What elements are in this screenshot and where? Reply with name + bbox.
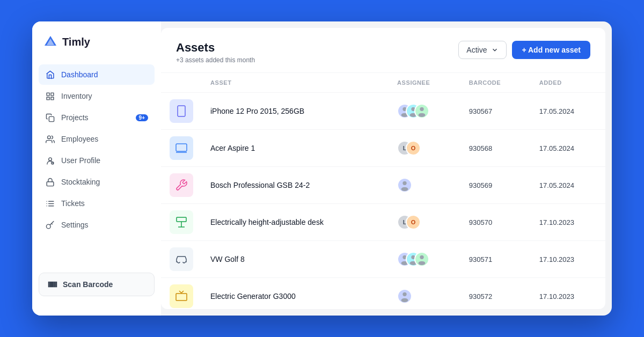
sidebar-item-settings[interactable]: Settings <box>39 215 155 235</box>
chevron-down-icon <box>491 46 499 54</box>
sidebar-item-user-profile[interactable]: User Profile <box>39 150 155 171</box>
sidebar-item-label: Stocktaking <box>61 178 100 186</box>
barcode-scan-icon <box>48 280 57 289</box>
assignee-avatars <box>397 104 452 119</box>
sidebar-item-tickets[interactable]: Tickets <box>39 193 155 214</box>
table-row[interactable]: iPhone 12 Pro 2015, 256GB 93056717.05.20… <box>161 93 605 130</box>
col-barcode: BARCODE <box>460 73 531 93</box>
barcode-value: 930572 <box>469 292 492 301</box>
col-asset: ASSET <box>202 73 389 93</box>
svg-rect-1 <box>50 93 53 96</box>
asset-thumbnail <box>170 136 193 160</box>
barcode-value: 930567 <box>469 107 492 115</box>
sidebar: Timly Dashboard <box>32 21 161 316</box>
svg-point-29 <box>419 113 426 117</box>
barcode-cell: 930570 <box>460 204 531 241</box>
svg-rect-8 <box>47 181 54 186</box>
asset-name: Bosch Professional GSB 24-2 <box>210 181 310 189</box>
sidebar-item-projects[interactable]: Projects 9+ <box>39 107 155 128</box>
barcode-cell: 930568 <box>460 130 531 167</box>
svg-rect-22 <box>178 106 185 116</box>
assets-table: ASSET ASSIGNEE BARCODE ADDED iPhone 12 P… <box>161 73 605 309</box>
barcode-cell: 930571 <box>460 241 531 278</box>
logo-area: Timly <box>32 34 161 64</box>
assignee-cell <box>389 278 460 310</box>
svg-point-42 <box>419 261 426 265</box>
asset-thumbnail <box>170 247 193 271</box>
assets-table-area: ASSET ASSIGNEE BARCODE ADDED iPhone 12 P… <box>161 73 605 309</box>
table-row[interactable]: Electric Generator G3000 93057217.10.202… <box>161 278 605 310</box>
sidebar-item-label: Tickets <box>61 199 85 208</box>
sidebar-item-employees[interactable]: Employees <box>39 129 155 149</box>
assignee-cell <box>389 167 460 204</box>
asset-thumbnail <box>170 284 193 308</box>
added-date-cell: 17.10.2023 <box>531 204 605 241</box>
asset-name-cell: Bosch Professional GSB 24-2 <box>202 167 389 204</box>
svg-point-41 <box>420 255 423 259</box>
asset-thumbnail <box>170 173 193 197</box>
asset-name: iPhone 12 Pro 2015, 256GB <box>210 107 304 115</box>
svg-point-45 <box>401 298 408 302</box>
header-actions: Active + Add new asset <box>458 41 590 59</box>
home-icon <box>45 70 55 79</box>
lock-icon <box>45 177 55 187</box>
added-date-cell: 17.10.2023 <box>531 241 605 278</box>
added-date-cell: 17.05.2024 <box>531 130 605 167</box>
sidebar-item-label: Inventory <box>61 92 92 100</box>
asset-thumb-cell <box>161 241 202 278</box>
added-date-cell: 17.05.2024 <box>531 167 605 204</box>
assets-subtitle: +3 assets added this month <box>176 56 255 64</box>
content-header: Assets +3 assets added this month Active… <box>161 28 605 73</box>
copy-icon <box>45 113 55 122</box>
projects-badge: 9+ <box>136 114 148 121</box>
added-date: 17.05.2024 <box>539 144 574 152</box>
added-date: 17.10.2023 <box>539 255 574 263</box>
avatar: O <box>406 141 421 156</box>
svg-rect-18 <box>52 282 53 287</box>
users-icon <box>45 134 55 144</box>
svg-point-33 <box>401 187 408 191</box>
table-row[interactable]: VW Golf 8 93057117.10.2023 <box>161 241 605 278</box>
sidebar-item-inventory[interactable]: Inventory <box>39 86 155 106</box>
add-new-asset-button[interactable]: + Add new asset <box>512 41 590 59</box>
assignee-cell <box>389 241 460 278</box>
barcode-value: 930569 <box>469 181 492 189</box>
sidebar-item-label: Settings <box>61 221 89 229</box>
asset-thumb-cell <box>161 130 202 167</box>
assignee-cell: LO <box>389 204 460 241</box>
asset-name: Electrically height-adjustable desk <box>210 218 324 226</box>
col-assignee: ASSIGNEE <box>389 73 460 93</box>
svg-rect-17 <box>50 282 51 287</box>
avatar <box>414 252 429 267</box>
sidebar-item-stocktaking[interactable]: Stocktaking <box>39 172 155 192</box>
svg-point-28 <box>420 107 423 111</box>
asset-name-cell: Acer Aspire 1 <box>202 130 389 167</box>
barcode-value: 930568 <box>469 144 492 152</box>
table-row[interactable]: Electrically height-adjustable deskLO930… <box>161 204 605 241</box>
assignee-avatars <box>397 178 452 193</box>
grid-icon <box>45 91 55 101</box>
app-name: Timly <box>62 36 90 48</box>
sidebar-item-dashboard[interactable]: Dashboard <box>39 64 155 85</box>
scan-barcode-label: Scan Barcode <box>63 280 113 289</box>
filter-dropdown[interactable]: Active <box>458 41 507 59</box>
svg-rect-3 <box>50 97 53 99</box>
col-added: ADDED <box>531 73 605 93</box>
svg-rect-2 <box>47 97 49 99</box>
asset-thumb-cell <box>161 167 202 204</box>
asset-name: VW Golf 8 <box>210 255 245 263</box>
svg-rect-0 <box>47 93 49 96</box>
logo-icon <box>43 34 58 49</box>
col-thumb <box>161 73 202 93</box>
svg-rect-43 <box>176 294 187 301</box>
avatar: O <box>406 215 421 230</box>
scan-barcode-button[interactable]: Scan Barcode <box>39 273 155 296</box>
table-row[interactable]: Acer Aspire 1LO93056817.05.2024 <box>161 130 605 167</box>
svg-rect-16 <box>49 282 50 287</box>
sidebar-item-label: Projects <box>61 113 89 122</box>
svg-rect-34 <box>177 217 186 222</box>
page-title: Assets <box>176 41 255 55</box>
table-row[interactable]: Bosch Professional GSB 24-2 93056917.05.… <box>161 167 605 204</box>
assignee-avatars: LO <box>397 141 452 156</box>
added-date: 17.05.2024 <box>539 181 574 189</box>
